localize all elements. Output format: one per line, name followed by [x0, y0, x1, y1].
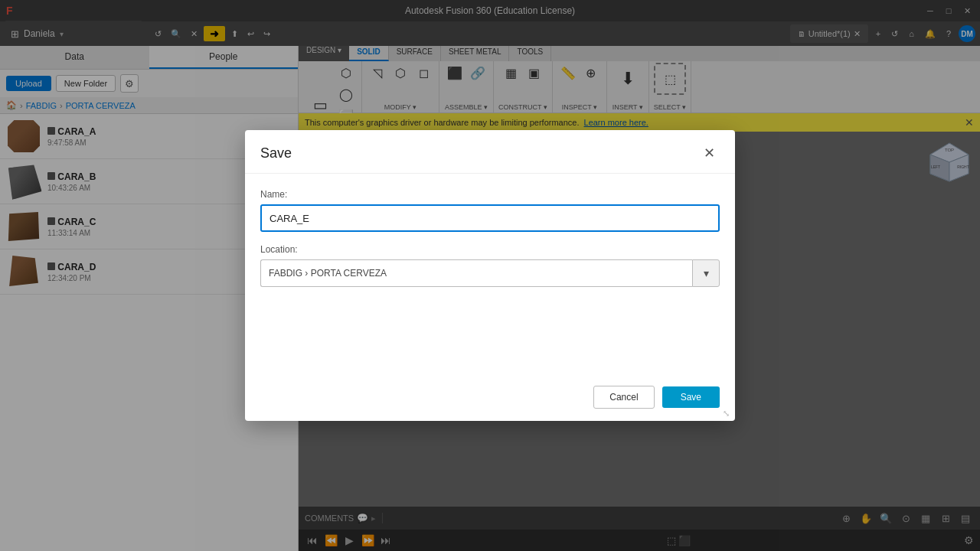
name-input[interactable] [260, 204, 720, 232]
name-label: Name: [260, 189, 720, 200]
location-row: ▾ [260, 259, 720, 287]
save-dialog: Save ✕ Name: Location: ▾ Cancel Save [245, 130, 735, 421]
modal-overlay: Save ✕ Name: Location: ▾ Cancel Save [0, 0, 980, 551]
chevron-down-icon: ▾ [704, 267, 709, 279]
resize-handle[interactable]: ⤡ [723, 409, 732, 418]
location-label: Location: [260, 244, 720, 255]
modal-title: Save [260, 145, 292, 161]
modal-body: Name: Location: ▾ [245, 174, 735, 377]
cancel-button[interactable]: Cancel [593, 386, 654, 409]
save-button[interactable]: Save [662, 386, 720, 408]
modal-footer: Cancel Save [245, 377, 735, 421]
modal-header: Save ✕ [245, 130, 735, 174]
name-field-group: Name: [260, 189, 720, 232]
location-field-group: Location: ▾ [260, 244, 720, 287]
location-browse-button[interactable]: ▾ [692, 259, 720, 287]
modal-close-button[interactable]: ✕ [698, 142, 720, 164]
location-input[interactable] [260, 259, 692, 287]
